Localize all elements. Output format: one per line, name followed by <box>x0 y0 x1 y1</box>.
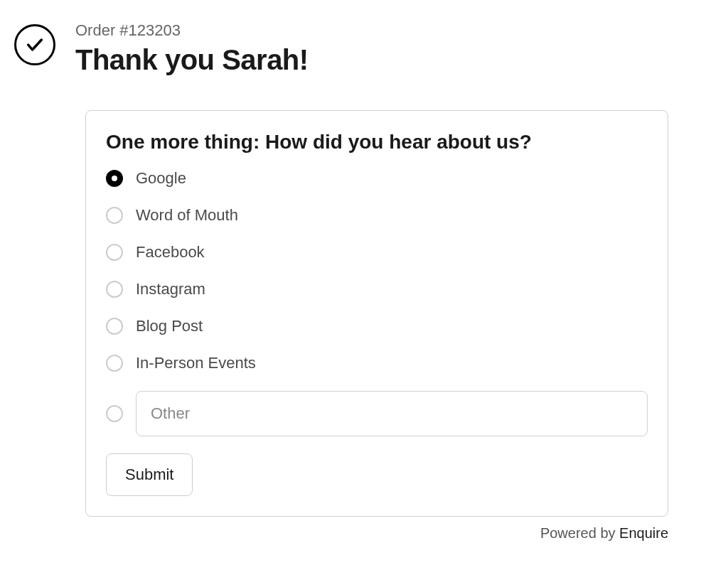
confirmation-header: Order #123203 Thank you Sarah! <box>14 21 714 76</box>
radio-button[interactable] <box>106 207 123 224</box>
other-input[interactable] <box>136 391 648 436</box>
option-label: Facebook <box>136 243 205 262</box>
survey-option-other[interactable] <box>106 391 648 436</box>
survey-option[interactable]: Word of Mouth <box>106 206 648 225</box>
survey-option[interactable]: Instagram <box>106 280 648 298</box>
survey-option[interactable]: Blog Post <box>106 317 648 335</box>
survey-question: One more thing: How did you hear about u… <box>106 131 648 154</box>
radio-button[interactable] <box>106 355 123 372</box>
option-label: Word of Mouth <box>136 206 238 225</box>
order-number: Order #123203 <box>75 21 309 40</box>
option-label: Google <box>136 169 186 188</box>
survey-card: One more thing: How did you hear about u… <box>85 110 668 517</box>
radio-button[interactable] <box>106 405 123 422</box>
header-text: Order #123203 Thank you Sarah! <box>75 21 309 76</box>
survey-option[interactable]: In-Person Events <box>106 354 648 372</box>
radio-button[interactable] <box>106 170 123 187</box>
option-label: Blog Post <box>136 317 203 335</box>
radio-button[interactable] <box>106 244 123 261</box>
survey-option[interactable]: Facebook <box>106 243 648 262</box>
powered-by: Powered by Enquire <box>85 525 668 542</box>
radio-button[interactable] <box>106 318 123 335</box>
powered-by-brand: Enquire <box>619 525 668 541</box>
option-label: Instagram <box>136 280 205 298</box>
survey-container: One more thing: How did you hear about u… <box>85 110 668 542</box>
checkmark-icon <box>14 24 55 65</box>
submit-button[interactable]: Submit <box>106 453 193 496</box>
survey-option[interactable]: Google <box>106 169 648 188</box>
thank-you-heading: Thank you Sarah! <box>75 44 309 76</box>
radio-button[interactable] <box>106 281 123 298</box>
option-label: In-Person Events <box>136 354 256 372</box>
powered-by-prefix: Powered by <box>540 525 619 541</box>
